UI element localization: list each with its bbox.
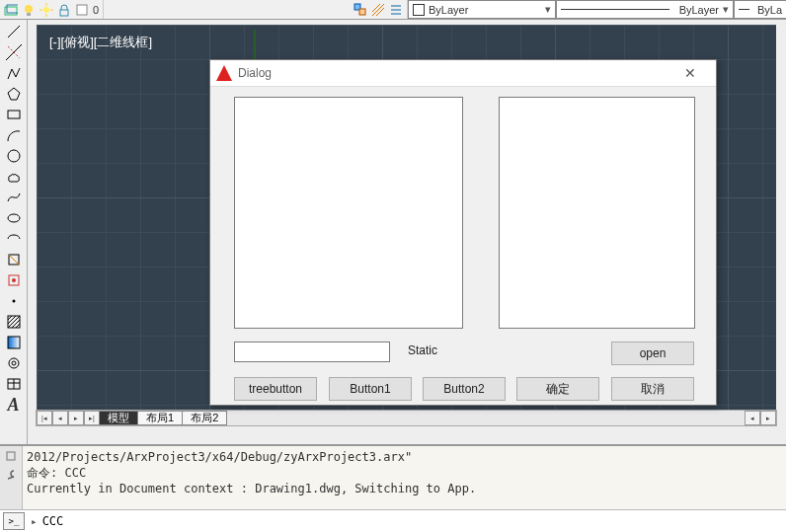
svg-point-2 — [25, 5, 33, 13]
command-history-text[interactable]: 2012/Projects/ArxProject3/x64/Debug/zyAr… — [23, 446, 786, 510]
svg-rect-9 — [60, 10, 68, 16]
console-handle-icon[interactable] — [5, 450, 17, 462]
match-properties-icon[interactable] — [354, 3, 367, 17]
spline-icon[interactable] — [4, 189, 24, 206]
viewport-label[interactable]: [-][俯视][二维线框] — [49, 34, 152, 51]
svg-rect-29 — [8, 337, 20, 348]
lineweight-dropdown[interactable]: ByLa — [734, 0, 786, 19]
button2-button[interactable]: Button2 — [423, 377, 506, 401]
command-caret-icon: ▸ — [31, 515, 38, 528]
svg-rect-10 — [77, 5, 87, 15]
sun-icon[interactable] — [39, 3, 53, 17]
close-button[interactable]: ✕ — [670, 62, 710, 84]
svg-point-30 — [9, 358, 19, 368]
svg-rect-3 — [27, 13, 31, 16]
treebutton-button[interactable]: treebutton — [234, 377, 317, 401]
button1-button[interactable]: Button1 — [329, 377, 412, 401]
hatch-brush-icon[interactable] — [371, 3, 385, 17]
arc-icon[interactable] — [4, 126, 24, 144]
tab-prev-button[interactable]: ◂ — [52, 411, 68, 425]
hscroll-left-button[interactable]: ◂ — [745, 411, 760, 425]
svg-rect-20 — [8, 111, 20, 118]
make-block-icon[interactable] — [4, 271, 24, 289]
static-label: Static — [408, 343, 437, 357]
svg-rect-1 — [7, 5, 18, 13]
wrench-icon[interactable] — [5, 468, 17, 480]
tab-last-button[interactable]: ▸| — [84, 411, 100, 425]
hscroll-right-button[interactable]: ▸ — [760, 411, 776, 425]
tab-first-button[interactable]: |◂ — [37, 411, 52, 425]
dialog-window: Dialog ✕ Static open treebutton Button1 … — [209, 59, 717, 406]
circle-icon[interactable] — [4, 147, 24, 165]
layer-group: 0 — [0, 0, 104, 19]
dialog-titlebar[interactable]: Dialog ✕ — [210, 60, 716, 87]
open-button[interactable]: open — [611, 342, 694, 365]
command-prompt-icon[interactable]: >_ — [3, 512, 25, 530]
construction-line-icon[interactable] — [4, 43, 24, 61]
color-swatch-icon[interactable] — [75, 3, 89, 17]
svg-point-4 — [43, 7, 49, 13]
chevron-down-icon: ▾ — [545, 3, 551, 16]
table-icon[interactable] — [4, 375, 24, 393]
hatch-icon[interactable] — [4, 313, 24, 331]
edit-input[interactable] — [234, 342, 390, 362]
cancel-button[interactable]: 取消 — [611, 377, 694, 401]
command-history-panel: 2012/Projects/ArxProject3/x64/Debug/zyAr… — [0, 444, 786, 510]
app-icon — [216, 65, 232, 81]
svg-point-21 — [8, 150, 20, 162]
svg-rect-12 — [359, 9, 365, 15]
svg-line-24 — [9, 255, 19, 265]
model-tab-bar: |◂ ◂ ▸ ▸| 模型 布局1 布局2 ◂ ▸ — [36, 410, 777, 426]
listbox-right[interactable] — [499, 97, 695, 329]
color-dropdown[interactable]: ByLayer▾ — [408, 0, 556, 19]
command-line[interactable]: >_ ▸ CCC — [0, 509, 786, 532]
lock-icon[interactable] — [57, 3, 71, 17]
rectangle-icon[interactable] — [4, 106, 24, 123]
revision-cloud-icon[interactable] — [4, 168, 24, 186]
tab-layout2[interactable]: 布局2 — [182, 411, 227, 425]
polyline-icon[interactable] — [4, 64, 24, 82]
point-icon[interactable] — [4, 292, 24, 310]
svg-marker-19 — [8, 88, 20, 100]
dialog-body: Static open treebutton Button1 Button2 确… — [210, 87, 716, 405]
svg-point-22 — [8, 214, 20, 222]
list-icon[interactable] — [389, 3, 403, 17]
line-icon[interactable] — [4, 23, 24, 40]
tab-layout1[interactable]: 布局1 — [137, 411, 183, 425]
polygon-icon[interactable] — [4, 85, 24, 103]
tab-next-button[interactable]: ▸ — [68, 411, 84, 425]
ok-button[interactable]: 确定 — [516, 377, 599, 401]
linetype-dropdown[interactable]: ByLayer▾ — [556, 0, 734, 19]
listbox-left[interactable] — [234, 97, 463, 329]
tab-model[interactable]: 模型 — [99, 411, 138, 425]
svg-point-31 — [12, 361, 16, 365]
command-input-text[interactable]: CCC — [42, 514, 64, 528]
region-icon[interactable] — [4, 354, 24, 372]
gradient-icon[interactable] — [4, 334, 24, 351]
svg-rect-35 — [7, 452, 15, 460]
match-group — [350, 0, 408, 19]
insert-block-icon[interactable] — [4, 251, 24, 268]
chevron-down-icon: ▾ — [723, 3, 729, 16]
layer-manager-icon[interactable] — [4, 3, 18, 17]
svg-point-27 — [12, 300, 15, 303]
linetype-dropdown-label: ByLayer — [679, 4, 719, 16]
ellipse-icon[interactable] — [4, 209, 24, 227]
layer-zero-icon[interactable]: 0 — [93, 4, 99, 16]
color-dropdown-label: ByLayer — [429, 4, 468, 16]
dialog-title: Dialog — [238, 66, 272, 80]
console-gutter — [0, 446, 23, 510]
svg-line-16 — [8, 26, 20, 38]
lineweight-dropdown-label: ByLa — [757, 4, 782, 16]
ellipse-arc-icon[interactable] — [4, 230, 24, 248]
mtext-icon[interactable]: A — [4, 396, 24, 414]
property-toolbar: 0 ByLayer▾ ByLayer▾ ByLa — [0, 0, 786, 20]
bulb-icon[interactable] — [22, 3, 36, 17]
draw-toolbar: A — [0, 20, 28, 449]
svg-point-26 — [12, 278, 16, 282]
